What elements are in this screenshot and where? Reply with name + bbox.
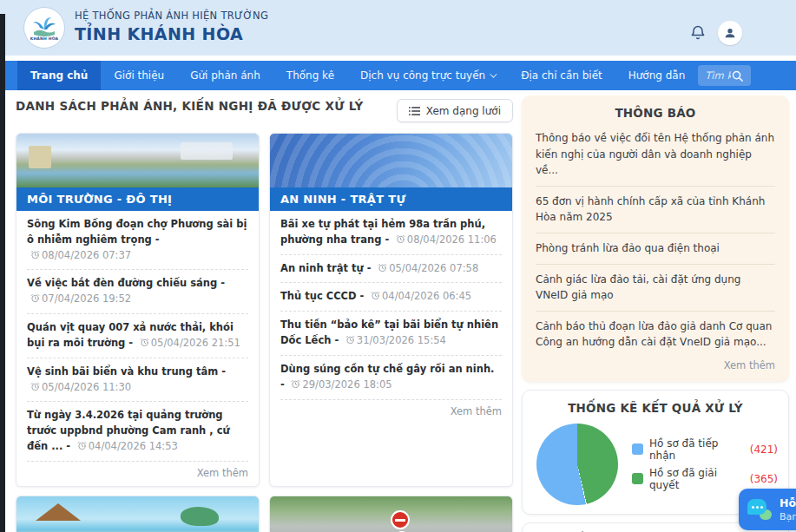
chat-bubbles-icon <box>747 499 772 520</box>
legend-item: Hồ sơ đã giải quyết (365) <box>632 467 778 491</box>
clock-icon <box>77 441 87 450</box>
app-header: KHÁNH HÒA HỆ THỐNG PHẢN ÁNH HIỆN TRƯỜNG … <box>0 0 796 56</box>
screen-edge <box>0 14 5 532</box>
category-card-moi-truong: MÔI TRƯỜNG - ĐÔ THỊ Sông Kim Bống đoạn c… <box>16 133 260 487</box>
report-item[interactable]: Vệ sinh bãi biển và khu trung tâm - 05/0… <box>27 358 248 403</box>
search-input[interactable] <box>705 69 731 82</box>
legend-swatch <box>632 443 643 455</box>
clock-icon <box>396 234 405 244</box>
results-stats-title: THỐNG KÊ KẾT QUẢ XỬ LÝ <box>533 401 778 415</box>
category-header[interactable]: MÔI TRƯỜNG - ĐÔ THỊ <box>16 187 259 211</box>
nav-item[interactable]: Giới thiệu <box>101 61 177 90</box>
see-more-link[interactable]: Xem thêm <box>536 358 775 377</box>
chevron-down-icon <box>490 70 497 77</box>
notification-item[interactable]: Cảnh giác lừa đảo tải, cài đặt ứng dụng … <box>536 265 775 312</box>
notification-item[interactable]: Cảnh báo thủ đoạn lừa đảo giả danh Cơ qu… <box>536 312 775 358</box>
report-item[interactable]: An ninh trật tự - 05/04/2026 07:58 <box>280 255 502 284</box>
report-item[interactable]: Dùng súng cồn tự chế gây rối an ninh. - … <box>280 356 502 400</box>
province-title: TỈNH KHÁNH HÒA <box>75 24 268 43</box>
category-image-beach <box>16 496 259 532</box>
clock-icon <box>30 293 40 303</box>
logo-text: KHÁNH HÒA <box>30 36 59 41</box>
see-more-link[interactable]: Xem thêm <box>280 400 502 424</box>
legend-swatch <box>632 473 643 484</box>
section-title: DANH SÁCH PHẢN ÁNH, KIẾN NGHỊ ĐÃ ĐƯỢC XỬ… <box>16 99 364 113</box>
user-avatar[interactable] <box>718 21 742 45</box>
notification-bell-icon[interactable] <box>687 22 709 44</box>
clock-icon <box>378 263 387 273</box>
category-card-giao-thong: GIAO THÔNG VẬN TẢI Phản ánh chậm xử lý h… <box>269 496 513 532</box>
nav-item[interactable]: Địa chỉ cần biết <box>508 61 615 90</box>
system-title: HỆ THỐNG PHẢN ÁNH HIỆN TRƯỜNG <box>75 10 268 22</box>
khanh-hoa-logo[interactable]: KHÁNH HÒA <box>23 7 65 49</box>
notifications-panel: THÔNG BÁO Thông báo về việc đổi tên Hệ t… <box>522 95 789 382</box>
clock-icon <box>345 335 355 345</box>
results-pie-chart <box>536 424 618 505</box>
nav-item[interactable]: Thống kê <box>273 61 347 90</box>
nav-item[interactable]: Gửi phản ánh <box>177 61 273 90</box>
notification-item[interactable]: Phòng tránh lừa đảo qua điện thoại <box>536 233 775 265</box>
grid-view-button[interactable]: Xem dạng lưới <box>397 99 513 122</box>
clock-icon <box>30 250 40 259</box>
clock-icon <box>371 291 380 300</box>
notifications-title: THÔNG BÁO <box>536 106 775 120</box>
support-chat-widget[interactable]: Hỗ Bạn <box>739 489 796 530</box>
category-image-traffic <box>270 496 512 532</box>
search-icon[interactable] <box>731 69 744 82</box>
main-navigation: Trang chủ Giới thiệu Gửi phản ánh Thống … <box>0 61 796 90</box>
report-item[interactable]: Sông Kim Bống đoạn chợ Phương sài bị ô n… <box>27 211 248 270</box>
list-view-icon <box>409 106 420 116</box>
nav-item[interactable]: Trang chủ <box>17 61 101 90</box>
report-item[interactable]: Từ ngày 3.4.2026 tại quảng trường trước … <box>27 402 248 461</box>
clock-icon <box>30 382 40 391</box>
nav-item[interactable]: Hướng dẫn <box>615 61 699 90</box>
report-item[interactable]: Quán vịt quay 007 xả nước thải, khói bụi… <box>27 314 248 358</box>
category-card-an-ninh: AN NINH - TRẬT TỰ Bãi xe tự phát tại hẻm… <box>269 133 513 487</box>
search-box <box>698 65 751 86</box>
report-item[interactable]: Về việc bắt đèn đường chiếu sáng - 07/04… <box>27 270 248 314</box>
report-item[interactable]: Bãi xe tự phát tại hẻm 98a trần phú, phư… <box>280 211 502 255</box>
category-image-cityscape <box>16 134 259 187</box>
notification-item[interactable]: Thông báo về việc đổi tên Hệ thống phản … <box>536 123 775 187</box>
see-more-link[interactable]: Xem thêm <box>27 462 248 486</box>
category-header[interactable]: AN NINH - TRẬT TỰ <box>270 187 512 211</box>
clock-icon <box>291 379 300 389</box>
clock-icon <box>140 338 149 347</box>
nav-item[interactable]: Dịch vụ công trực tuyến <box>347 61 508 90</box>
category-image-security <box>270 134 512 187</box>
report-item[interactable]: Thủ tục CCCD - 04/04/2026 06:45 <box>280 283 502 312</box>
category-card-du-lich: DU LỊCH Hang Heo , đèo Lương Sơn - 29/12… <box>16 496 260 532</box>
notification-item[interactable]: 65 đơn vị hành chính cấp xã của tỉnh Khá… <box>536 187 775 233</box>
person-icon <box>723 26 737 40</box>
legend-item: Hồ sơ đã tiếp nhận (421) <box>632 437 778 462</box>
report-item[interactable]: Thu tiền “bảo kê” tại bãi biển tự nhiên … <box>280 312 502 356</box>
